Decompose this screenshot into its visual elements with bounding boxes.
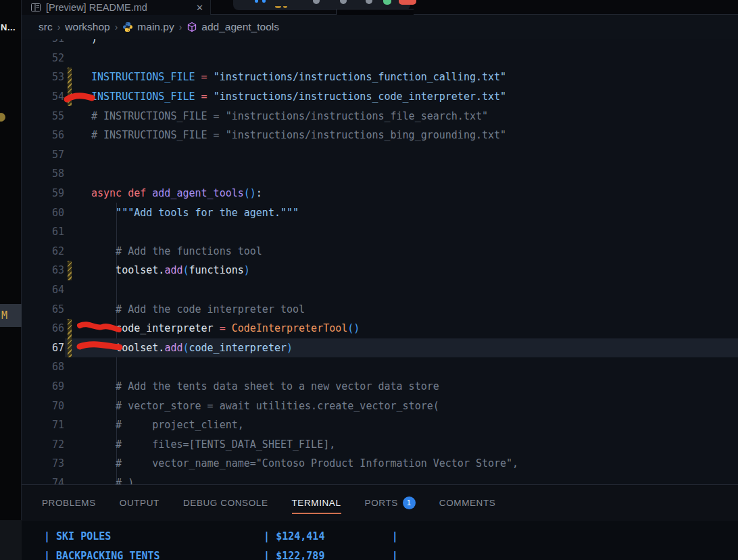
- tab-title: [Preview] README.md: [46, 2, 191, 13]
- panel-tab-label: PROBLEMS: [42, 498, 96, 508]
- gutter: [68, 280, 72, 300]
- panel-tab-bar: PROBLEMSOUTPUTDEBUG CONSOLETERMINALPORTS…: [22, 485, 738, 520]
- sidebar-selected-file[interactable]: M: [0, 304, 22, 327]
- line-number: 57: [22, 149, 64, 161]
- code-line-66[interactable]: 66 code_interpreter = CodeInterpreterToo…: [22, 319, 738, 338]
- code-line-62[interactable]: 62 # Add the functions tool: [22, 242, 738, 261]
- breadcrumb-separator: ›: [57, 22, 61, 32]
- panel-tab-output[interactable]: OUTPUT: [120, 498, 159, 508]
- code-line-72[interactable]: 72 # files=[TENTS_DATA_SHEET_FILE],: [22, 434, 738, 454]
- breadcrumb-label: src: [39, 21, 53, 33]
- line-number: 64: [22, 284, 64, 296]
- gray-dot-icon[interactable]: [366, 0, 372, 4]
- panel-tab-label: PORTS: [365, 498, 398, 508]
- yellow-dash-icon[interactable]: [275, 6, 281, 8]
- code-line-64[interactable]: 64: [22, 280, 738, 300]
- code-line-67[interactable]: 67 toolset.add(code_interpreter): [22, 338, 738, 358]
- code-text: code_interpreter = CodeInterpreterTool(): [72, 322, 360, 334]
- breadcrumb-item-src[interactable]: src: [39, 21, 53, 33]
- code-text: INSTRUCTIONS_FILE = "instructions/instru…: [72, 71, 506, 83]
- line-number: 53: [22, 71, 64, 83]
- tab-close-icon[interactable]: ✕: [196, 3, 203, 13]
- code-line-52[interactable]: 52: [22, 49, 738, 68]
- breadcrumb-separator: ›: [179, 22, 182, 32]
- breadcrumb-item-main.py[interactable]: main.py: [122, 21, 174, 33]
- breadcrumb-separator: ›: [115, 22, 118, 32]
- line-number: 51: [22, 39, 64, 45]
- yellow-dash-icon[interactable]: [283, 6, 287, 8]
- code-text: # Add the tents data sheet to a new vect…: [72, 380, 439, 392]
- code-line-68[interactable]: 68: [22, 357, 738, 377]
- code-text: # INSTRUCTIONS_FILE = "instructions/inst…: [72, 129, 506, 141]
- gray-dot-icon[interactable]: [340, 0, 347, 4]
- code-line-70[interactable]: 70 # vector_store = await utilities.crea…: [22, 396, 738, 415]
- line-number: 73: [22, 457, 64, 469]
- code-text: # files=[TENTS_DATA_SHEET_FILE],: [72, 438, 335, 451]
- code-text: async def add_agent_tools():: [72, 187, 262, 199]
- code-line-53[interactable]: 53INSTRUCTIONS_FILE = "instructions/inst…: [22, 68, 738, 87]
- line-number: 55: [22, 110, 64, 122]
- sidebar-collapsed[interactable]: N... M: [0, 0, 22, 560]
- code-line-51[interactable]: 51): [22, 39, 738, 49]
- line-number: 59: [22, 187, 64, 199]
- line-number: 56: [22, 129, 64, 141]
- gutter: [68, 357, 72, 377]
- panel-tab-problems[interactable]: PROBLEMS: [42, 498, 96, 508]
- gutter: [68, 49, 72, 68]
- python-icon: [122, 22, 133, 32]
- breadcrumb[interactable]: src›workshop› main.py› add_agent_tools: [22, 15, 738, 39]
- code-line-73[interactable]: 73 # vector_name_name="Contoso Product I…: [22, 454, 738, 474]
- terminal-output: | SKI POLES | $124,414 | | BACKPACKING T…: [22, 527, 738, 560]
- line-number: 68: [22, 361, 64, 373]
- line-number: 58: [22, 168, 64, 180]
- code-line-69[interactable]: 69 # Add the tents data sheet to a new v…: [22, 377, 738, 397]
- line-number: 63: [22, 264, 64, 276]
- code-text: toolset.add(functions): [72, 264, 250, 276]
- code-line-55[interactable]: 55# INSTRUCTIONS_FILE = "instructions/in…: [22, 106, 738, 126]
- line-number: 72: [22, 438, 64, 451]
- panel-tab-debug-console[interactable]: DEBUG CONSOLE: [183, 498, 268, 508]
- tab-preview-readme[interactable]: [Preview] README.md ✕: [22, 0, 211, 15]
- breadcrumb-label: add_agent_tools: [201, 21, 279, 33]
- code-text: # INSTRUCTIONS_FILE = "instructions/inst…: [72, 110, 488, 122]
- green-dot-icon[interactable]: [383, 0, 391, 5]
- code-line-61[interactable]: 61: [22, 222, 738, 242]
- panel-tab-ports[interactable]: PORTS1: [365, 497, 416, 509]
- gutter: [68, 164, 72, 184]
- breadcrumb-item-workshop[interactable]: workshop: [65, 21, 109, 33]
- breadcrumb-label: workshop: [65, 21, 109, 33]
- line-number: 66: [22, 322, 64, 334]
- blue-dot-icon[interactable]: [262, 0, 266, 3]
- code-line-59[interactable]: 59async def add_agent_tools():: [22, 184, 738, 203]
- code-line-54[interactable]: 54INSTRUCTIONS_FILE = "instructions/inst…: [22, 87, 738, 107]
- blue-dot-icon[interactable]: [255, 0, 258, 3]
- code-line-56[interactable]: 56# INSTRUCTIONS_FILE = "instructions/in…: [22, 126, 738, 145]
- terminal-view[interactable]: | SKI POLES | $124,414 | | BACKPACKING T…: [22, 521, 738, 560]
- code-text: # Add the functions tool: [72, 245, 262, 257]
- panel-tab-terminal[interactable]: TERMINAL: [292, 498, 341, 508]
- line-number: 67: [22, 342, 64, 354]
- gray-dot-icon[interactable]: [313, 0, 320, 4]
- code-line-58[interactable]: 58: [22, 164, 738, 184]
- line-number: 52: [22, 52, 64, 64]
- panel-tab-comments[interactable]: COMMENTS: [439, 498, 496, 508]
- vscode-window: N... M [Preview] README.md ✕ src›worksho…: [0, 0, 738, 560]
- code-line-63[interactable]: 63 toolset.add(functions): [22, 261, 738, 280]
- red-pill-icon[interactable]: [399, 0, 416, 5]
- code-editor[interactable]: 51)5253INSTRUCTIONS_FILE = "instructions…: [22, 39, 738, 484]
- breadcrumb-item-add_agent_tools[interactable]: add_agent_tools: [187, 21, 279, 33]
- sidebar-bottom-strip: [0, 520, 22, 560]
- panel-tab-label: OUTPUT: [120, 498, 159, 508]
- gutter: [68, 222, 72, 242]
- code-text: # ): [72, 477, 134, 484]
- code-line-65[interactable]: 65 # Add the code interpreter tool: [22, 299, 738, 319]
- editor-tab-bar: [Preview] README.md ✕: [22, 0, 738, 15]
- line-number: 70: [22, 400, 64, 412]
- code-line-60[interactable]: 60 """Add tools for the agent.""": [22, 203, 738, 222]
- code-line-71[interactable]: 71 # project_client,: [22, 415, 738, 435]
- code-line-74[interactable]: 74 # ): [22, 474, 738, 484]
- code-text: toolset.add(code_interpreter): [72, 342, 293, 354]
- ports-count-badge: 1: [403, 497, 416, 509]
- code-line-57[interactable]: 57: [22, 145, 738, 165]
- bottom-panel: PROBLEMSOUTPUTDEBUG CONSOLETERMINALPORTS…: [22, 484, 738, 560]
